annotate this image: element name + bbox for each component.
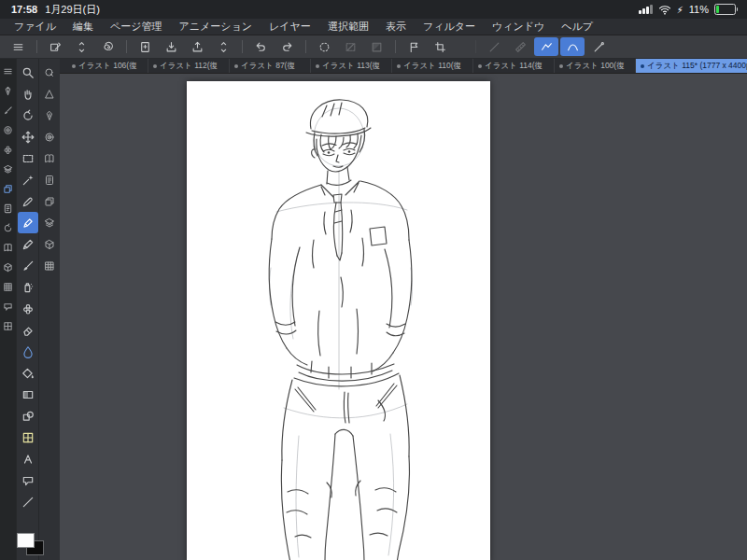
main-row: イラスト 106(復 イラスト 112(復 イラスト 87(復 (0, 59, 747, 560)
tool-icon (21, 410, 35, 423)
straight-ruler-button[interactable] (482, 37, 506, 56)
invert-selection-button[interactable] (364, 37, 388, 56)
selection-launcher-button[interactable] (402, 37, 426, 56)
palette-toggle-layer[interactable] (1, 160, 15, 179)
pen-tool[interactable] (18, 212, 38, 233)
eyedropper-tool[interactable] (18, 190, 38, 212)
polyline-ruler-button[interactable] (534, 37, 558, 56)
tab-illust-113[interactable]: イラスト 113(復 (311, 59, 392, 73)
line-correction-tool[interactable] (18, 491, 38, 512)
hand-tool[interactable] (18, 83, 38, 105)
palette-toggle-frame[interactable] (1, 316, 15, 336)
palette-toggle-balloon[interactable] (1, 297, 15, 316)
canvas-settings-button[interactable] (43, 37, 67, 56)
page-reorder-button[interactable] (69, 37, 93, 56)
sub-palette-icon (44, 175, 55, 186)
undo-button[interactable] (248, 37, 273, 56)
text-tool[interactable] (18, 448, 38, 469)
tab-illust-114[interactable]: イラスト 114(復 (473, 59, 555, 73)
page-flip-button[interactable] (211, 37, 235, 56)
command-toolbar (0, 35, 747, 59)
sub-palette-icon (44, 260, 55, 272)
menu-page-management[interactable]: ページ管理 (102, 20, 171, 34)
gradient-tool[interactable] (18, 384, 38, 405)
toolbar-icon (345, 41, 357, 53)
tool-palette[interactable] (40, 83, 60, 105)
palette-toggle-timeline[interactable] (1, 277, 15, 297)
menu-filter[interactable]: フィルター (415, 20, 484, 34)
auto-select-tool[interactable] (18, 169, 38, 190)
palette-toggle-brush-size[interactable] (1, 120, 15, 140)
tab-label: イラスト 100(復 (566, 61, 625, 72)
menu-file[interactable]: ファイル (6, 20, 64, 34)
tab-illust-110[interactable]: イラスト 110(復 (392, 59, 473, 73)
decoration-tool[interactable] (18, 298, 38, 319)
menu-view[interactable]: 表示 (377, 20, 415, 34)
timeline-palette[interactable] (40, 255, 60, 276)
palette-toggle-colorset[interactable] (1, 238, 15, 258)
tab-illust-115[interactable]: イラスト 115* (1777 x 4400px 350dpi 49.4%) (636, 59, 747, 73)
menu-animation[interactable]: アニメーション (171, 20, 261, 34)
tab-label: イラスト 87(復 (241, 61, 295, 72)
selection-tool[interactable] (18, 147, 38, 169)
eraser-tool[interactable] (18, 319, 38, 341)
curve-ruler-button[interactable] (560, 37, 585, 56)
blend-tool[interactable] (18, 341, 38, 362)
menu-selection[interactable]: 選択範囲 (319, 20, 377, 34)
airbrush-tool[interactable] (18, 276, 38, 298)
figure-tool[interactable] (18, 405, 38, 427)
palette-toggle-menu[interactable] (1, 62, 15, 81)
palette-toggle-3d[interactable] (1, 258, 15, 277)
threed-palette[interactable] (40, 233, 60, 255)
redo-button[interactable] (275, 37, 299, 56)
palette-toggle-navigator[interactable] (1, 199, 15, 218)
tab-illust-112[interactable]: イラスト 112(復 (148, 59, 230, 73)
menu-window[interactable]: ウィンドウ (484, 20, 553, 34)
brush-tool[interactable] (18, 255, 38, 276)
frame-border-tool[interactable] (18, 427, 38, 448)
subtool-palette[interactable] (40, 105, 60, 126)
special-ruler-button[interactable] (508, 37, 532, 56)
main-menu-button[interactable] (6, 37, 30, 56)
tab-illust-87[interactable]: イラスト 87(復 (230, 59, 311, 73)
layer-palette[interactable] (40, 212, 60, 233)
quick-access-palette[interactable] (40, 62, 60, 83)
palette-toggle-tool[interactable] (1, 81, 15, 101)
brush-size-palette[interactable] (40, 126, 60, 147)
pen-line-button[interactable] (586, 37, 611, 56)
tab-illust-100[interactable]: イラスト 100(復 (555, 59, 636, 73)
pencil-tool[interactable] (18, 233, 38, 255)
move-tool[interactable] (18, 126, 38, 147)
tab-illust-106[interactable]: イラスト 106(復 (67, 59, 148, 73)
menu-layer[interactable]: レイヤー (261, 20, 319, 34)
menu-label: 編集 (73, 21, 93, 32)
canvas-workspace[interactable] (60, 74, 747, 560)
import-button[interactable] (159, 37, 183, 56)
select-pending-button[interactable] (312, 37, 336, 56)
palette-toggle-history[interactable] (1, 218, 15, 238)
zoom-tool[interactable] (18, 62, 38, 83)
new-page-button[interactable] (133, 37, 157, 56)
tab-label: イラスト 110(復 (403, 61, 461, 72)
material-palette[interactable] (40, 190, 60, 212)
balloon-tool[interactable] (18, 469, 38, 491)
palette-toggle-icon (3, 66, 13, 77)
palette-toggle-subtool[interactable] (1, 101, 15, 120)
symmetry-ruler-button[interactable] (95, 37, 120, 56)
main-color-swatch[interactable] (17, 533, 35, 548)
tool-icon (21, 259, 35, 273)
crop-button[interactable] (428, 37, 452, 56)
menu-edit[interactable]: 編集 (64, 20, 102, 34)
deselect-button[interactable] (338, 37, 362, 56)
toolbar-icon (218, 41, 230, 53)
palette-toggle-color[interactable] (1, 140, 15, 160)
canvas-document[interactable] (187, 81, 490, 560)
tool-property-palette[interactable] (40, 169, 60, 190)
fill-tool[interactable] (18, 362, 38, 384)
color-set-palette[interactable] (40, 147, 60, 169)
export-button[interactable] (185, 37, 209, 56)
rotate-canvas-tool[interactable] (18, 105, 38, 126)
palette-toggle-material[interactable] (1, 179, 15, 199)
menu-help[interactable]: ヘルプ (553, 20, 601, 34)
menu-label: レイヤー (269, 21, 311, 32)
